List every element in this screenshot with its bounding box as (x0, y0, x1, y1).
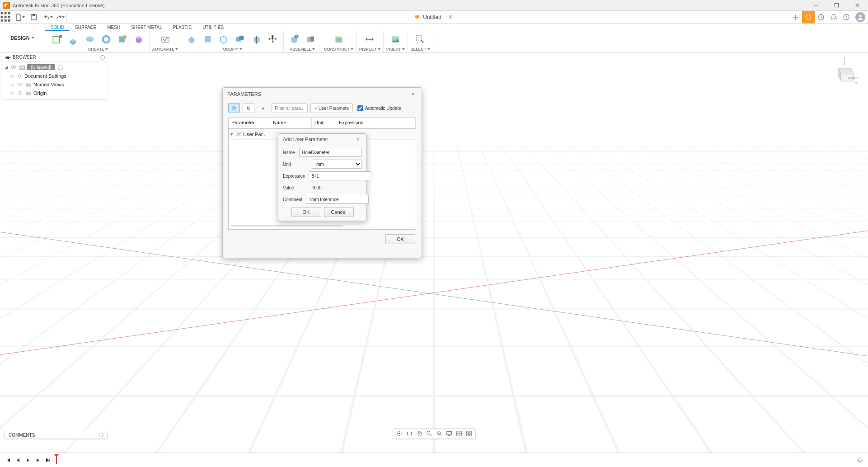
undo-button[interactable] (42, 11, 54, 23)
window-minimize-button[interactable] (809, 1, 822, 10)
revolve-button[interactable] (82, 32, 98, 47)
tab-surface[interactable]: SURFACE (70, 24, 102, 31)
user-avatar[interactable] (855, 12, 865, 22)
view-cube[interactable]: Z FRONT RIGHT X (830, 57, 859, 86)
userparam-ok-button[interactable]: OK (291, 207, 321, 217)
split-button[interactable] (249, 32, 264, 47)
dialog-close-button[interactable]: × (409, 90, 417, 98)
timeline-play-button[interactable] (23, 456, 33, 465)
orbit-button[interactable] (395, 429, 404, 438)
add-user-parameter-button[interactable]: +User Paramete (310, 103, 353, 113)
timeline-stepback-button[interactable] (14, 456, 23, 465)
workspace-switcher[interactable]: DESIGN (0, 24, 45, 52)
data-panel-button[interactable] (0, 11, 12, 23)
extrude-button[interactable] (66, 32, 81, 47)
shell-button[interactable] (216, 32, 232, 47)
comments-options-icon[interactable] (99, 433, 103, 437)
visibility-toggle[interactable] (16, 90, 23, 97)
zoom-button[interactable] (425, 429, 434, 438)
browser-options-button[interactable] (100, 55, 105, 60)
tree-origin[interactable]: ▷ Origin (2, 89, 108, 97)
job-status-button[interactable] (815, 11, 827, 24)
parameters-ok-button[interactable]: OK (385, 234, 415, 244)
tab-plastic[interactable]: PLASTIC (168, 24, 197, 31)
redo-button[interactable] (54, 11, 66, 23)
dialog-close-button[interactable]: × (354, 135, 362, 143)
tab-utilities[interactable]: UTILITIES (197, 24, 229, 31)
automatic-update-checkbox[interactable]: Automatic Update (357, 105, 401, 111)
canvas[interactable]: Z FRONT RIGHT X ◀▶ BROWSER ◢ (Unsaved) (0, 53, 868, 453)
userparam-cancel-button[interactable]: Cancel (324, 207, 354, 217)
tree-root[interactable]: ◢ (Unsaved) (2, 63, 108, 71)
name-input[interactable] (299, 148, 362, 157)
timeline-settings-button[interactable] (855, 456, 864, 465)
joint-button[interactable] (303, 32, 318, 47)
ribbon-label-automate[interactable]: AUTOMATE (152, 47, 178, 52)
fit-button[interactable] (435, 429, 444, 438)
tree-namedviews[interactable]: ▷ Named Views (2, 80, 108, 89)
document-close-button[interactable]: × (446, 13, 455, 22)
automate-button[interactable] (158, 32, 173, 47)
horizontal-scrollbar[interactable] (229, 225, 416, 229)
comments-bar[interactable]: COMMENTS (5, 431, 108, 439)
timeline-marker[interactable] (56, 456, 57, 464)
filter-fx-user-button[interactable]: fx (243, 103, 254, 113)
ribbon-label-modify[interactable]: MODIFY (223, 47, 242, 52)
comment-input[interactable] (306, 195, 369, 204)
ribbon-label-construct[interactable]: CONSTRUCT (324, 47, 353, 52)
tab-solid[interactable]: SOLID (45, 24, 70, 31)
ribbon-label-create[interactable]: CREATE (88, 47, 108, 52)
col-expression[interactable]: Expression (336, 118, 416, 128)
new-component-button[interactable]: + (286, 32, 302, 47)
ribbon-label-inspect[interactable]: INSPECT (359, 47, 380, 52)
save-button[interactable] (28, 11, 40, 23)
visibility-toggle[interactable] (16, 81, 23, 88)
browser-collapse-icon[interactable]: ◀▶ (5, 55, 11, 60)
visibility-toggle[interactable] (10, 64, 17, 71)
new-design-button[interactable] (789, 11, 802, 24)
presspull-button[interactable] (184, 32, 199, 47)
viewport-button[interactable] (464, 429, 474, 438)
fillet-button[interactable] (200, 32, 216, 47)
ribbon-label-insert[interactable]: INSERT (386, 47, 405, 52)
select-button[interactable] (413, 32, 428, 47)
insert-button[interactable] (388, 32, 403, 47)
inspect-button[interactable] (362, 32, 377, 47)
timeline-end-button[interactable] (43, 456, 52, 465)
ribbon-label-select[interactable]: SELECT (411, 47, 430, 52)
display-button[interactable] (445, 429, 454, 438)
loft-button[interactable] (115, 32, 130, 47)
tree-docsettings[interactable]: ▷ Document Settings (2, 71, 108, 80)
timeline-begin-button[interactable] (4, 456, 13, 465)
timeline-stepfwd-button[interactable] (33, 456, 42, 465)
window-close-button[interactable] (851, 1, 863, 10)
notifications-button[interactable] (827, 11, 840, 24)
file-menu-button[interactable] (14, 11, 26, 23)
extensions-button[interactable] (802, 11, 815, 24)
tab-sheetmetal[interactable]: SHEET METAL (126, 24, 168, 31)
activate-radio[interactable] (58, 65, 63, 70)
move-button[interactable] (265, 32, 281, 47)
box-button[interactable] (131, 32, 146, 47)
filter-input[interactable] (272, 103, 308, 113)
filter-fx-all-button[interactable]: fx (228, 103, 240, 113)
pan-button[interactable] (415, 429, 424, 438)
component-icon (19, 64, 25, 71)
construct-button[interactable] (331, 32, 346, 47)
ribbon-label-assemble[interactable]: ASSEMBLE (290, 47, 315, 52)
filter-favorite-button[interactable]: ★ (257, 103, 269, 113)
sweep-button[interactable] (99, 32, 114, 47)
col-unit[interactable]: Unit (312, 118, 336, 128)
expression-input[interactable] (309, 171, 371, 180)
help-button[interactable]: ? (840, 11, 853, 24)
combine-button[interactable] (233, 32, 248, 47)
col-name[interactable]: Name (270, 118, 312, 128)
unit-select[interactable]: mm (312, 160, 362, 169)
grid-button[interactable] (455, 429, 464, 438)
window-maximize-button[interactable] (830, 1, 843, 10)
sketch-button[interactable]: + (50, 32, 65, 47)
col-parameter[interactable]: Parameter (229, 118, 270, 128)
lookat-button[interactable] (405, 429, 414, 438)
document-tab[interactable]: Untitled (409, 11, 446, 23)
tab-mesh[interactable]: MESH (102, 24, 126, 31)
